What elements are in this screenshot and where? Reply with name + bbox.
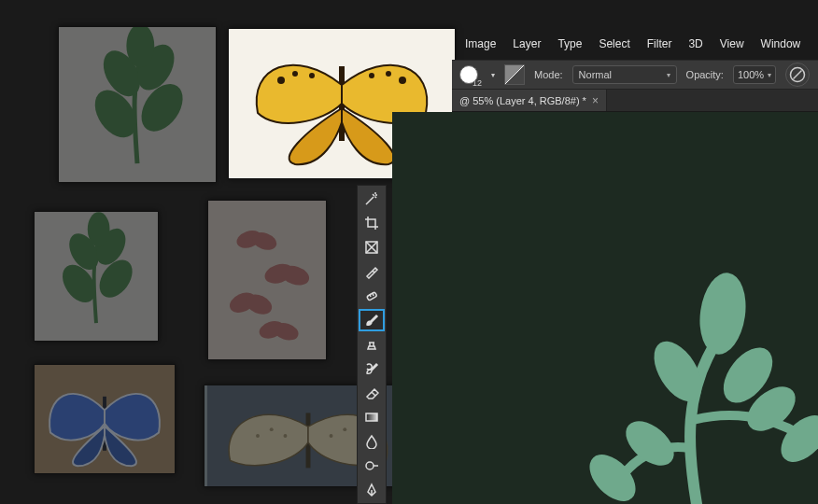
svg-point-25 [56, 259, 103, 308]
eraser-tool[interactable] [358, 381, 386, 405]
opacity-label: Opacity: [686, 69, 724, 80]
canvas-artwork-plant [538, 224, 818, 504]
brush-tool[interactable] [359, 309, 385, 331]
chevron-down-icon: ▾ [667, 71, 670, 79]
menu-bar: Image Layer Type Select Filter 3D View W… [457, 34, 818, 54]
svg-point-32 [227, 288, 259, 316]
clone-stamp-tool[interactable] [358, 332, 386, 357]
svg-point-41 [343, 427, 346, 431]
svg-point-38 [270, 427, 274, 431]
svg-point-22 [369, 73, 374, 78]
svg-point-34 [257, 318, 286, 342]
chevron-down-icon[interactable]: ▾ [491, 71, 495, 79]
svg-point-28 [234, 228, 263, 252]
chevron-down-icon: ▾ [768, 71, 771, 79]
svg-point-27 [88, 212, 110, 246]
svg-point-33 [243, 290, 275, 318]
opacity-input[interactable]: 100% ▾ [733, 65, 776, 84]
toolbox [357, 185, 387, 504]
canvas[interactable] [392, 112, 818, 504]
menu-image[interactable]: Image [457, 34, 504, 54]
menu-filter[interactable]: Filter [639, 34, 681, 54]
blend-mode-value: Normal [579, 69, 612, 80]
svg-rect-9 [367, 292, 377, 301]
svg-point-14 [87, 82, 145, 145]
menu-window[interactable]: Window [753, 34, 810, 54]
ref-butterflies-pink[interactable] [207, 200, 327, 360]
svg-point-13 [130, 38, 181, 97]
svg-point-21 [386, 71, 391, 77]
opacity-value: 100% [738, 69, 764, 80]
svg-point-19 [309, 73, 315, 78]
svg-point-17 [277, 77, 285, 84]
menu-select[interactable]: Select [590, 34, 638, 54]
mode-label: Mode: [534, 69, 563, 80]
svg-point-23 [63, 229, 105, 275]
menu-type[interactable]: Type [549, 34, 590, 54]
svg-point-1 [695, 270, 751, 357]
document-tab[interactable]: @ 55% (Layer 4, RGB/8#) * × [452, 90, 607, 111]
blur-tool[interactable] [358, 429, 386, 454]
brush-preview-swatch[interactable] [459, 65, 478, 84]
dodge-tool[interactable] [358, 454, 386, 478]
frame-tool[interactable] [358, 235, 386, 259]
svg-rect-10 [366, 413, 377, 421]
document-tab-title: @ 55% (Layer 4, RGB/8#) * [459, 95, 586, 106]
svg-point-31 [278, 262, 311, 288]
svg-point-26 [92, 254, 139, 303]
svg-point-20 [399, 77, 406, 84]
menu-layer[interactable]: Layer [504, 34, 549, 54]
svg-point-24 [91, 223, 132, 270]
crop-tool[interactable] [358, 211, 386, 235]
healing-brush-tool[interactable] [358, 284, 386, 308]
svg-point-11 [366, 462, 374, 469]
pressure-opacity-button[interactable] [785, 63, 810, 87]
svg-point-42 [330, 434, 333, 438]
menu-view[interactable]: View [712, 34, 753, 54]
svg-point-18 [292, 71, 298, 77]
svg-point-30 [262, 260, 295, 287]
ref-branch-2[interactable] [34, 211, 159, 342]
magic-wand-tool[interactable] [358, 187, 386, 211]
ref-butterfly-blue[interactable] [34, 364, 176, 474]
svg-point-12 [96, 44, 148, 103]
close-icon[interactable]: × [592, 94, 599, 107]
svg-point-15 [133, 77, 190, 139]
gradient-tool[interactable] [358, 405, 386, 429]
history-brush-tool[interactable] [358, 357, 386, 381]
options-bar: 12 ▾ Mode: Normal ▾ Opacity: 100% ▾ [452, 60, 818, 90]
pen-tool[interactable] [358, 478, 386, 502]
svg-point-37 [256, 434, 260, 438]
svg-point-16 [126, 27, 154, 67]
svg-point-39 [283, 434, 287, 438]
menu-help[interactable]: Help [809, 34, 818, 54]
svg-point-29 [249, 229, 278, 253]
blend-mode-select[interactable]: Normal ▾ [572, 65, 677, 84]
ref-branch-1[interactable] [58, 26, 217, 183]
document-tabs: @ 55% (Layer 4, RGB/8#) * × [452, 90, 818, 112]
eyedropper-tool[interactable] [358, 259, 386, 284]
svg-point-35 [272, 320, 301, 343]
menu-3d[interactable]: 3D [680, 34, 711, 54]
svg-point-5 [581, 446, 644, 504]
brush-panel-button[interactable] [504, 64, 525, 85]
